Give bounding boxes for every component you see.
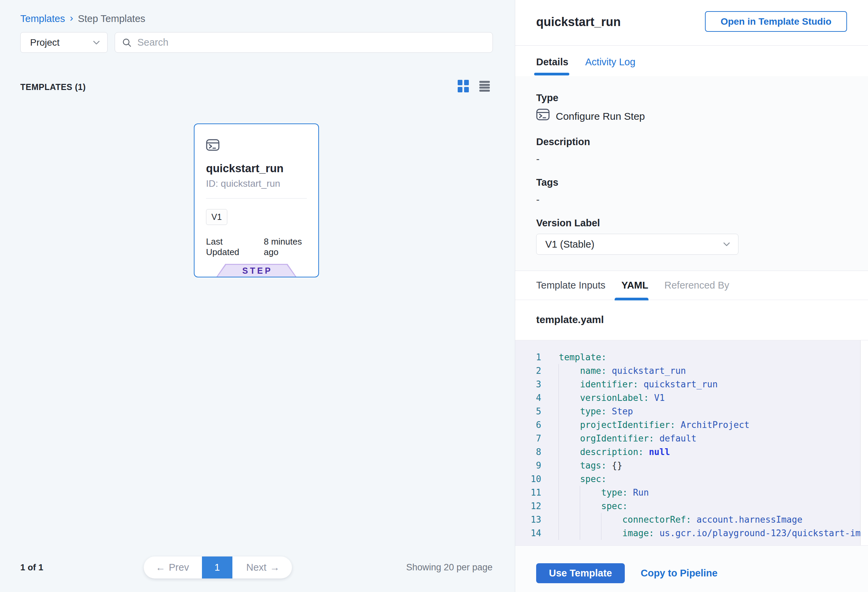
per-page-label: Showing 20 per page [372, 562, 493, 573]
code-line: 3 identifier: quickstart_run [515, 378, 868, 391]
version-dropdown-value: V1 (Stable) [545, 239, 594, 250]
code-line: 6 projectIdentifier: ArchitProject [515, 418, 868, 432]
chevron-down-icon [93, 41, 100, 45]
tab-referenced-by[interactable]: Referenced By [664, 280, 729, 291]
copy-to-pipeline-link[interactable]: Copy to Pipeline [641, 567, 717, 579]
tags-value: - [536, 194, 540, 205]
type-value: Configure Run Step [556, 111, 645, 122]
card-title: quickstart_run [206, 162, 283, 175]
yaml-file-name: template.yaml [536, 314, 604, 325]
version-dropdown[interactable]: V1 (Stable) [536, 234, 738, 255]
next-page-button[interactable]: Next → [246, 557, 280, 579]
breadcrumb: Templates › Step Templates [20, 13, 145, 24]
breadcrumb-current: Step Templates [78, 13, 145, 24]
pagination: ← Prev 1 Next → [144, 557, 292, 579]
template-details-panel: quickstart_run Open in Template Studio D… [515, 0, 868, 592]
page-1-button[interactable]: 1 [202, 557, 232, 579]
tab-details[interactable]: Details [536, 56, 568, 68]
code-line: 11 type: Run [515, 486, 868, 499]
last-updated-row: Last Updated 8 minutes ago [206, 236, 318, 257]
grid-view-icon[interactable] [458, 80, 469, 92]
tab-yaml[interactable]: YAML [621, 280, 648, 291]
code-line: 7 orgIdentifier: default [515, 432, 868, 445]
open-in-template-studio-button[interactable]: Open in Template Studio [705, 11, 847, 32]
tab-template-inputs[interactable]: Template Inputs [536, 280, 605, 291]
last-updated-label: Last Updated [206, 236, 258, 257]
arrow-left-icon: ← [156, 562, 165, 573]
use-template-button[interactable]: Use Template [536, 563, 625, 583]
scope-dropdown[interactable]: Project [20, 32, 108, 53]
code-line: 4 versionLabel: V1 [515, 391, 868, 405]
active-tab-underline [615, 298, 648, 300]
step-type-badge: STEP [217, 264, 296, 277]
templates-count-header: TEMPLATES (1) [20, 82, 86, 92]
yaml-file-header: template.yaml [515, 300, 868, 340]
vertical-scrollbar[interactable] [860, 340, 868, 545]
search-bar [115, 32, 493, 53]
prev-page-button[interactable]: ← Prev [156, 557, 189, 579]
list-view-icon[interactable] [479, 81, 490, 92]
yaml-tabbar: Template Inputs YAML Referenced By [515, 271, 868, 300]
breadcrumb-templates-link[interactable]: Templates [20, 13, 65, 24]
yaml-code-editor[interactable]: 1template:2 name: quickstart_run3 identi… [515, 340, 868, 545]
page-count: 1 of 1 [20, 562, 43, 573]
code-line: 1template: [515, 350, 868, 364]
breadcrumb-chevron-icon: › [70, 12, 73, 24]
code-line: 10 spec: [515, 472, 868, 486]
type-label: Type [536, 92, 558, 103]
tab-activity-log[interactable]: Activity Log [585, 56, 635, 68]
template-card[interactable]: quickstart_run ID: quickstart_run V1 Las… [194, 124, 319, 278]
card-id: ID: quickstart_run [206, 178, 280, 189]
code-line: 8 description: null [515, 445, 868, 459]
details-tabbar: Details Activity Log [515, 46, 868, 76]
card-divider [206, 198, 307, 199]
code-line: 12 spec: [515, 499, 868, 513]
version-badge: V1 [206, 209, 227, 225]
description-value: - [536, 153, 540, 165]
description-label: Description [536, 136, 590, 148]
panel-header: quickstart_run Open in Template Studio [515, 0, 868, 46]
details-section: Type Configure Run Step Description - Ta… [515, 76, 868, 271]
code-line: 9 tags: {} [515, 459, 868, 472]
code-line: 2 name: quickstart_run [515, 364, 868, 378]
code-lines: 1template:2 name: quickstart_run3 identi… [515, 350, 868, 540]
terminal-icon [206, 139, 220, 151]
scope-dropdown-value: Project [30, 37, 59, 48]
version-label: Version Label [536, 217, 600, 229]
tags-label: Tags [536, 177, 558, 188]
code-line: 5 type: Step [515, 405, 868, 418]
search-icon [122, 38, 132, 48]
search-input[interactable] [137, 37, 486, 48]
active-tab-underline [534, 73, 569, 75]
arrow-right-icon: → [270, 562, 280, 573]
code-line: 14 image: us.gcr.io/playground-123/quick… [515, 526, 868, 540]
templates-page: Templates › Step Templates Project TEMPL… [0, 0, 868, 592]
last-updated-value: 8 minutes ago [264, 236, 318, 257]
terminal-icon [536, 109, 550, 120]
panel-title: quickstart_run [536, 15, 621, 29]
chevron-down-icon [723, 242, 730, 246]
code-line: 13 connectorRef: account.harnessImage [515, 513, 868, 526]
panel-footer: Use Template Copy to Pipeline [515, 545, 868, 592]
